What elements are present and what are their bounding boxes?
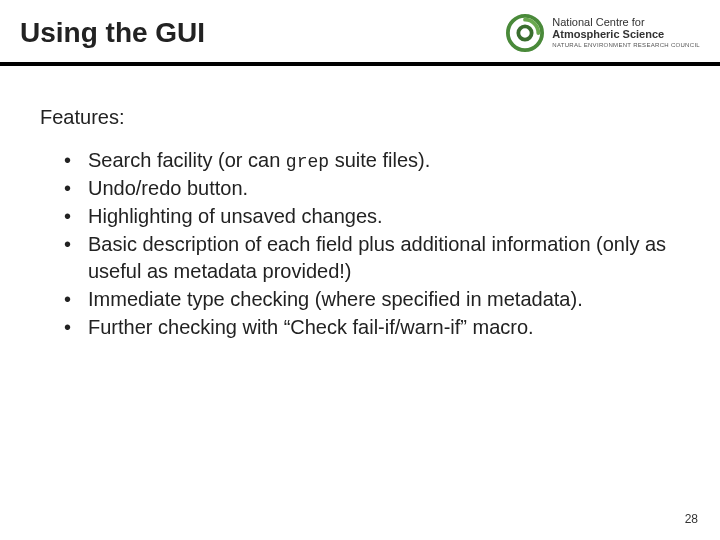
features-heading: Features: bbox=[40, 106, 680, 129]
logo-text: National Centre for Atmospheric Science … bbox=[552, 17, 700, 48]
swirl-icon bbox=[506, 14, 544, 52]
slide-header: Using the GUI National Centre for Atmosp… bbox=[0, 0, 720, 66]
list-item: Immediate type checking (where specified… bbox=[64, 286, 680, 313]
list-item: Further checking with “Check fail-if/war… bbox=[64, 314, 680, 341]
list-item: Search facility (or can grep suite files… bbox=[64, 147, 680, 174]
features-list: Search facility (or can grep suite files… bbox=[40, 147, 680, 341]
svg-point-1 bbox=[519, 26, 532, 39]
page-number: 28 bbox=[685, 512, 698, 526]
logo-line-3: NATURAL ENVIRONMENT RESEARCH COUNCIL bbox=[552, 42, 700, 48]
bullet-text-pre: Search facility (or can bbox=[88, 149, 286, 171]
slide-title: Using the GUI bbox=[20, 17, 205, 49]
slide-content: Features: Search facility (or can grep s… bbox=[0, 66, 720, 341]
list-item: Basic description of each field plus add… bbox=[64, 231, 680, 285]
list-item: Undo/redo button. bbox=[64, 175, 680, 202]
org-logo: National Centre for Atmospheric Science … bbox=[506, 14, 700, 52]
code-text: grep bbox=[286, 152, 329, 172]
list-item: Highlighting of unsaved changes. bbox=[64, 203, 680, 230]
logo-line-2: Atmospheric Science bbox=[552, 29, 700, 41]
bullet-text-post: suite files). bbox=[329, 149, 430, 171]
